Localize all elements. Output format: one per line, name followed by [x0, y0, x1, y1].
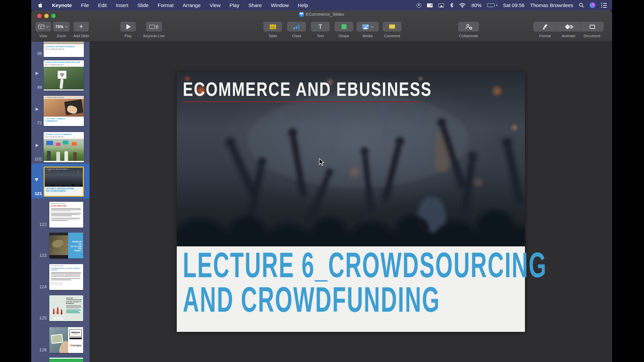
insert-text-button[interactable]: T Text: [310, 22, 331, 38]
collaborate-button[interactable]: Collaborate: [446, 22, 491, 38]
slide-thumbnail-122[interactable]: CLASS OBJECTIVES: [49, 202, 83, 228]
window-title-area: ECommerce_Slides: [31, 12, 612, 17]
slide-subtitle-line2[interactable]: AND CROWDFUNDING: [183, 282, 547, 317]
slide-thumbnail-126[interactable]: amazon 99designs: [49, 327, 83, 353]
airplay-icon[interactable]: [438, 3, 444, 7]
chevron-down-icon: [371, 25, 373, 27]
micro-text: [51, 203, 65, 204]
slide-thumbnail-partial[interactable]: [49, 358, 83, 362]
menu-insert[interactable]: Insert: [116, 2, 128, 8]
current-slide[interactable]: ECOMMERCE AND EBUSINESS LECTURE 6_CROWDS…: [177, 72, 525, 332]
title-underline: [183, 101, 420, 102]
apple-menu-icon[interactable]: [38, 2, 43, 8]
micro-text: [51, 265, 64, 266]
display-icon[interactable]: [427, 3, 433, 7]
slide-number: 124: [36, 284, 47, 290]
thumb-photo-tablet: [49, 327, 68, 353]
crowd-photo[interactable]: ECOMMERCE AND EBUSINESS: [177, 72, 525, 246]
menu-format[interactable]: Format: [158, 2, 174, 8]
slide-subtitle-line1[interactable]: LECTURE 6_CROWDSOURCING: [183, 248, 547, 282]
chess-piece: [56, 307, 59, 314]
add-slide-button[interactable]: + Add Slide: [70, 22, 92, 38]
plus-icon: +: [79, 23, 83, 30]
mouse-cursor: [319, 158, 326, 166]
sign-teal: [63, 140, 68, 144]
menu-window[interactable]: Window: [271, 2, 288, 8]
insert-chart-button[interactable]: Chart: [286, 22, 307, 38]
animate-button[interactable]: [557, 22, 580, 32]
keynote-live-button[interactable]: )) Keynote Live: [139, 22, 169, 38]
collapse-triangle-icon[interactable]: [36, 108, 39, 111]
table-icon: [270, 24, 276, 29]
slide-thumbnail-36[interactable]: LESSON 2 BUSINESS MODELS PROF. THOMAS BR…: [44, 42, 84, 57]
format-button[interactable]: [533, 22, 557, 32]
wifi-icon[interactable]: [459, 3, 466, 8]
inspector-segment: Format Animate Document: [533, 22, 604, 38]
screen-record-icon[interactable]: [417, 3, 421, 8]
hand: [59, 79, 63, 89]
play-button[interactable]: Play: [118, 22, 139, 38]
slide-number: 72: [31, 120, 42, 126]
notification-center-icon[interactable]: [601, 3, 607, 8]
expand-triangle-icon[interactable]: [35, 178, 38, 181]
thumb-logos-panel: amazon 99designs: [68, 327, 83, 353]
slide-canvas[interactable]: ECOMMERCE AND EBUSINESS LECTURE 6_CROWDS…: [90, 42, 612, 362]
battery-percent: 80%: [471, 2, 481, 8]
menu-slide[interactable]: Slide: [138, 2, 149, 8]
slide-number: 122: [36, 222, 47, 227]
thumb-blue-panel: WHERE DO YOU GO TO LOOK FOR MONEY?: [68, 233, 83, 258]
keynote-doc-icon: [299, 12, 304, 17]
insert-shape-button[interactable]: Shape: [333, 22, 355, 38]
collaborate-icon: [465, 23, 473, 30]
document-button[interactable]: [580, 22, 604, 32]
view-button[interactable]: View: [34, 22, 53, 38]
spotlight-search-icon[interactable]: [579, 3, 584, 8]
menu-app-keynote[interactable]: Keynote: [52, 2, 72, 8]
slide-subtitle-block[interactable]: LECTURE 6_CROWDSOURCING AND CROWDFUNDING: [177, 246, 525, 332]
slide-thumbnail-72[interactable]: ECOMMERCE AND BUSINESS LECTURE 4_MOBILE …: [44, 96, 84, 126]
menu-bar: Keynote File Edit Insert Slide Format Ar…: [31, 0, 612, 10]
shape-icon: [341, 24, 346, 29]
person: [73, 152, 77, 161]
window-chrome: ECommerce_Slides View 75% Zoom + Add Sli…: [31, 10, 612, 42]
chart-icon: [293, 24, 300, 29]
chess-piece: [60, 309, 63, 314]
format-brush-icon: [542, 23, 548, 30]
menubar-clock[interactable]: Sat 09:56: [503, 2, 524, 8]
menu-edit[interactable]: Edit: [98, 2, 107, 8]
keynote-window: ECommerce_Slides View 75% Zoom + Add Sli…: [31, 10, 612, 362]
menu-view[interactable]: View: [210, 2, 220, 8]
media-icon: [362, 24, 369, 29]
zoom-value: 75%: [55, 24, 63, 29]
slide-thumbnail-123[interactable]: WHERE DO YOU GO TO LOOK FOR MONEY?: [49, 233, 83, 258]
comment-icon: [389, 24, 395, 29]
screen: Keynote File Edit Insert Slide Format Ar…: [0, 0, 644, 362]
slide-thumbnail-49[interactable]: LESSON 3 THE INTERNET INFRASTRUCTURE PRO…: [44, 60, 84, 90]
menu-play[interactable]: Play: [229, 2, 239, 8]
insert-table-button[interactable]: Table: [262, 22, 283, 38]
insert-media-button[interactable]: Media: [355, 22, 380, 38]
collapse-triangle-icon[interactable]: [36, 72, 39, 75]
collapse-triangle-icon[interactable]: [36, 144, 39, 147]
wifi-card: [58, 71, 66, 79]
slide-number: 36: [31, 51, 42, 56]
bluetooth-icon[interactable]: [450, 3, 453, 8]
slide-title-text[interactable]: ECOMMERCE AND EBUSINESS: [183, 80, 432, 99]
slide-thumbnail-124[interactable]: CROWDSOURCING: ACTUALLY ALWAYS EXISTED: [49, 264, 83, 290]
menu-share[interactable]: Share: [248, 2, 262, 8]
battery-icon[interactable]: [487, 3, 497, 7]
comment-button[interactable]: Comment: [381, 22, 404, 38]
slide-thumbnail-125[interactable]: HOW CAN CROWDSOURCING BE APPLIED OUTSIDE…: [49, 295, 83, 321]
menu-arrange[interactable]: Arrange: [183, 2, 201, 8]
menu-file[interactable]: File: [81, 2, 89, 8]
sign-pink: [56, 143, 60, 146]
chess-piece: [53, 309, 55, 314]
slide-thumbnail-121-selected[interactable]: ECOMMERCE AND EBUSINESS LECTURE 6_CROWDS…: [44, 167, 84, 197]
siri-icon[interactable]: [590, 2, 595, 8]
zoom-control[interactable]: 75% Zoom: [52, 22, 71, 38]
sign-orange: [72, 142, 77, 146]
slide-thumbnail-102[interactable]: LESSON 5_SOCIAL COMMERCE PROF THOMAS BRO…: [44, 132, 84, 162]
slide-number: 126: [36, 347, 47, 353]
menu-help[interactable]: Help: [298, 2, 308, 8]
menubar-user[interactable]: Thomas Brownlees: [530, 2, 573, 8]
